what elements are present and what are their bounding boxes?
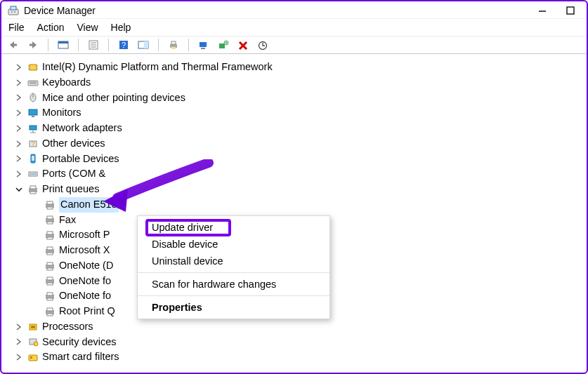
properties-icon[interactable] bbox=[87, 39, 100, 51]
svg-rect-19 bbox=[171, 41, 176, 44]
tree-label: Smart card filters bbox=[42, 349, 119, 363]
tree-label: Mice and other pointing devices bbox=[42, 91, 185, 106]
tree-label: OneNote (D bbox=[59, 258, 113, 274]
chevron-right-icon[interactable] bbox=[14, 139, 24, 149]
action-pane-icon[interactable] bbox=[137, 39, 150, 51]
svg-text:?: ? bbox=[31, 140, 34, 147]
chevron-right-icon[interactable] bbox=[14, 93, 24, 102]
tree-node-mice[interactable]: Mice and other pointing devices bbox=[14, 91, 587, 106]
printer-icon bbox=[44, 306, 56, 317]
show-hide-console-icon[interactable] bbox=[57, 39, 70, 51]
svg-rect-68 bbox=[47, 268, 53, 270]
security-icon bbox=[27, 336, 39, 347]
svg-point-50 bbox=[34, 173, 36, 175]
svg-rect-77 bbox=[47, 314, 53, 316]
svg-text:?: ? bbox=[122, 41, 126, 49]
chevron-right-icon[interactable] bbox=[14, 169, 24, 179]
tree-node-processors[interactable]: Processors bbox=[14, 319, 587, 335]
svg-rect-83 bbox=[30, 356, 32, 359]
mouse-icon bbox=[27, 92, 39, 103]
tree-node-intel[interactable]: Intel(R) Dynamic Platform and Thermal Fr… bbox=[14, 60, 587, 75]
svg-rect-82 bbox=[29, 355, 37, 361]
print-icon[interactable] bbox=[167, 39, 180, 51]
svg-rect-6 bbox=[13, 44, 17, 46]
back-icon[interactable] bbox=[7, 39, 20, 51]
svg-rect-58 bbox=[47, 216, 53, 219]
svg-rect-17 bbox=[144, 41, 148, 48]
port-icon bbox=[27, 168, 39, 180]
chevron-right-icon[interactable] bbox=[14, 123, 24, 133]
svg-point-81 bbox=[34, 342, 38, 346]
printer-icon bbox=[44, 290, 56, 302]
svg-rect-22 bbox=[201, 48, 205, 49]
ctx-uninstall-device[interactable]: Uninstall device bbox=[138, 253, 329, 269]
chevron-right-icon[interactable] bbox=[14, 352, 24, 362]
menu-view[interactable]: View bbox=[77, 22, 98, 33]
tree-label: Microsoft P bbox=[59, 227, 110, 243]
uninstall-icon[interactable] bbox=[237, 39, 249, 51]
tree-node-portable[interactable]: Portable Devices bbox=[14, 152, 587, 167]
printer-icon bbox=[27, 184, 39, 195]
maximize-button[interactable] bbox=[564, 4, 577, 17]
chevron-right-icon[interactable] bbox=[14, 62, 24, 72]
scan-hardware-icon[interactable] bbox=[197, 39, 210, 51]
device-manager-window: Device Manager File Action View Help ? bbox=[0, 0, 588, 374]
tree-label: Portable Devices bbox=[42, 152, 119, 167]
svg-rect-55 bbox=[47, 201, 53, 204]
tree-label: Other devices bbox=[42, 136, 105, 152]
add-hardware-icon[interactable] bbox=[217, 39, 230, 51]
tree-label: Monitors bbox=[42, 105, 81, 121]
tree-label: Canon E510 bbox=[59, 197, 119, 213]
svg-rect-28 bbox=[30, 65, 37, 70]
svg-rect-52 bbox=[30, 186, 36, 189]
tree-label: Processors bbox=[42, 319, 93, 335]
tree-node-other[interactable]: ? Other devices bbox=[14, 136, 587, 152]
ctx-scan-hardware[interactable]: Scan for hardware changes bbox=[138, 276, 329, 293]
app-icon bbox=[7, 5, 20, 16]
svg-rect-61 bbox=[47, 232, 53, 234]
menu-help[interactable]: Help bbox=[111, 22, 131, 33]
tree-label: Root Print Q bbox=[59, 304, 115, 319]
tree-node-canon[interactable]: Canon E510 bbox=[44, 197, 587, 213]
tree-node-network[interactable]: Network adapters bbox=[14, 121, 587, 136]
update-driver-icon[interactable] bbox=[256, 39, 269, 51]
chevron-right-icon[interactable] bbox=[14, 154, 24, 163]
tree-node-ports[interactable]: Ports (COM & bbox=[14, 166, 587, 182]
menu-file[interactable]: File bbox=[8, 22, 25, 33]
cpu-icon bbox=[27, 321, 39, 333]
svg-rect-46 bbox=[32, 156, 34, 161]
chevron-right-icon[interactable] bbox=[14, 322, 24, 332]
svg-rect-23 bbox=[219, 44, 225, 48]
keyboard-icon bbox=[27, 77, 39, 88]
portable-device-icon bbox=[27, 153, 39, 164]
minimize-button[interactable] bbox=[536, 4, 549, 17]
chevron-right-icon[interactable] bbox=[14, 78, 24, 88]
tree-node-security[interactable]: Security devices bbox=[14, 335, 587, 350]
ctx-update-driver[interactable]: Update driver bbox=[138, 219, 329, 236]
svg-point-48 bbox=[30, 173, 32, 175]
menu-action[interactable]: Action bbox=[37, 22, 65, 33]
monitor-icon bbox=[27, 107, 39, 119]
forward-icon[interactable] bbox=[27, 39, 39, 51]
tree-node-smartcard[interactable]: Smart card filters bbox=[14, 349, 587, 363]
tree-node-monitors[interactable]: Monitors bbox=[14, 105, 587, 121]
context-menu: Update driver Disable device Uninstall d… bbox=[137, 215, 330, 319]
svg-rect-7 bbox=[30, 44, 33, 46]
window-title: Device Manager bbox=[24, 5, 96, 16]
ctx-disable-device[interactable]: Disable device bbox=[138, 236, 329, 253]
tree-node-print-queues[interactable]: Print queues bbox=[14, 182, 587, 197]
svg-rect-65 bbox=[47, 253, 53, 255]
chevron-right-icon[interactable] bbox=[14, 108, 24, 118]
svg-rect-39 bbox=[32, 116, 34, 117]
chevron-down-icon[interactable] bbox=[14, 185, 24, 194]
help-icon[interactable]: ? bbox=[117, 39, 130, 51]
svg-point-49 bbox=[32, 173, 34, 175]
tree-label: Ports (COM & bbox=[42, 166, 105, 182]
svg-rect-1 bbox=[11, 6, 16, 10]
svg-rect-74 bbox=[47, 298, 53, 300]
svg-rect-62 bbox=[47, 237, 53, 239]
ctx-properties[interactable]: Properties bbox=[138, 299, 329, 316]
tree-node-keyboards[interactable]: Keyboards bbox=[14, 75, 587, 91]
chevron-right-icon[interactable] bbox=[14, 337, 24, 347]
svg-rect-53 bbox=[30, 192, 36, 194]
